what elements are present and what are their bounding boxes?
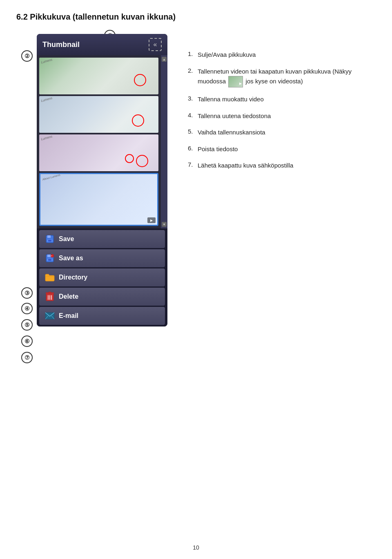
desc-num-6: 6. xyxy=(188,145,195,152)
svg-rect-1 xyxy=(47,235,51,238)
content-area: ① ② ③ ④ ⑤ ⑥ ⑦ Thumbnail « Lumens xyxy=(16,34,376,326)
desc-text-2: Tallennetun videon tai kaapatun kuvan pi… xyxy=(198,67,376,88)
svg-rect-12 xyxy=(49,292,51,293)
app-window: Thumbnail « Lumens Lum xyxy=(37,34,167,326)
scroll-up-button[interactable]: ▲ xyxy=(162,57,167,62)
desc-num-7: 7. xyxy=(188,161,195,168)
thumb-bg-4: About Lumens xyxy=(40,174,157,225)
scroll-down-button[interactable]: ▼ xyxy=(162,222,167,227)
delete-button[interactable]: Delete xyxy=(39,288,165,306)
app-titlebar-title: Thumbnail xyxy=(42,40,80,49)
ui-panel: ① ② ③ ④ ⑤ ⑥ ⑦ Thumbnail « Lumens xyxy=(16,34,176,326)
desc-num-2: 2. xyxy=(188,67,195,74)
desc-text-6: Poista tiedosto xyxy=(198,145,376,154)
save-button[interactable]: Save xyxy=(39,230,165,248)
desc-text-5: Vaihda tallennuskansiota xyxy=(198,128,376,137)
desc-text-1: Sulje/Avaa pikkukuva xyxy=(198,50,376,60)
delete-button-label: Delete xyxy=(59,293,78,300)
email-icon xyxy=(44,310,56,322)
thumbnail-3[interactable]: Lumens xyxy=(39,134,158,171)
folder-icon xyxy=(44,272,56,283)
thumb-label-1: Lumens xyxy=(40,58,53,64)
svg-rect-3 xyxy=(48,240,51,241)
app-titlebar: Thumbnail « xyxy=(37,34,167,55)
desc-item-1: 1. Sulje/Avaa pikkukuva xyxy=(188,50,376,60)
bottom-buttons: Save * Save as xyxy=(37,228,167,326)
thumb-label-3: Lumens xyxy=(40,134,53,141)
thumb-bg-3: Lumens xyxy=(39,134,158,171)
thumbnails-area: Lumens Lumens Lumens xyxy=(37,55,167,228)
annotation-3: ③ xyxy=(21,287,33,299)
svg-rect-7 xyxy=(48,259,51,261)
red-circle-1 xyxy=(134,74,146,86)
desc-item-5: 5. Vaihda tallennuskansiota xyxy=(188,128,376,137)
annotation-5: ⑤ xyxy=(21,319,33,331)
desc-text-3: Tallenna muokattu video xyxy=(198,95,376,104)
description-list: 1. Sulje/Avaa pikkukuva 2. Tallennetun v… xyxy=(188,50,376,170)
page-footer: 10 xyxy=(193,544,199,551)
save-button-label: Save xyxy=(59,235,74,243)
thumbnail-2[interactable]: Lumens xyxy=(39,96,158,133)
desc-num-3: 3. xyxy=(188,95,195,102)
desc-num-4: 4. xyxy=(188,112,195,119)
desc-item-6: 6. Poista tiedosto xyxy=(188,145,376,154)
annotation-6: ⑥ xyxy=(21,335,33,347)
desc-text-2b: jos kyse on videosta) xyxy=(246,78,303,85)
desc-item-2: 2. Tallennetun videon tai kaapatun kuvan… xyxy=(188,67,376,88)
save-as-button[interactable]: * Save as xyxy=(39,249,165,267)
page-title: 6.2 Pikkukuva (tallennetun kuvan ikkuna) xyxy=(16,12,376,22)
desc-text-7: Lähetä kaapattu kuva sähköpostilla xyxy=(198,161,376,170)
description-area: 1. Sulje/Avaa pikkukuva 2. Tallennetun v… xyxy=(188,34,376,178)
thumb-label-2: Lumens xyxy=(40,96,53,103)
desc-text-4: Tallenna uutena tiedostona xyxy=(198,112,376,121)
desc-item-3: 3. Tallenna muokattu video xyxy=(188,95,376,104)
scrollbar[interactable]: ▲ ▼ xyxy=(161,55,167,228)
thumbnail-4-selected[interactable]: About Lumens xyxy=(39,173,158,226)
annotation-7: ⑦ xyxy=(21,352,33,363)
directory-button-label: Directory xyxy=(59,274,87,281)
thumb-bg-1: Lumens xyxy=(39,58,158,94)
desc-item-4: 4. Tallenna uutena tiedostona xyxy=(188,112,376,121)
red-circle-3 xyxy=(136,155,148,167)
thumbnails-list: Lumens Lumens Lumens xyxy=(37,55,161,228)
email-button-label: E-mail xyxy=(59,312,78,320)
directory-button[interactable]: Directory xyxy=(39,268,165,286)
svg-rect-5 xyxy=(47,255,51,257)
close-button[interactable]: « xyxy=(149,38,162,51)
save-icon xyxy=(44,233,56,245)
annotation-2: ② xyxy=(21,50,33,62)
save-as-button-label: Save as xyxy=(59,255,83,262)
delete-icon xyxy=(44,291,56,302)
desc-num-5: 5. xyxy=(188,128,195,135)
email-button[interactable]: E-mail xyxy=(39,307,165,325)
save-as-icon: * xyxy=(44,253,56,264)
thumbnail-1[interactable]: Lumens xyxy=(39,58,158,94)
desc-item-7: 7. Lähetä kaapattu kuva sähköpostilla xyxy=(188,161,376,170)
annotation-4: ④ xyxy=(21,303,33,314)
desc-num-1: 1. xyxy=(188,50,195,57)
red-circle-2 xyxy=(132,114,144,127)
thumb-label-4: About Lumens xyxy=(42,173,60,181)
video-overlay-4 xyxy=(147,217,156,223)
inline-video-thumb xyxy=(228,76,243,87)
thumb-bg-2: Lumens xyxy=(39,96,158,133)
red-circle-3b xyxy=(125,154,134,163)
